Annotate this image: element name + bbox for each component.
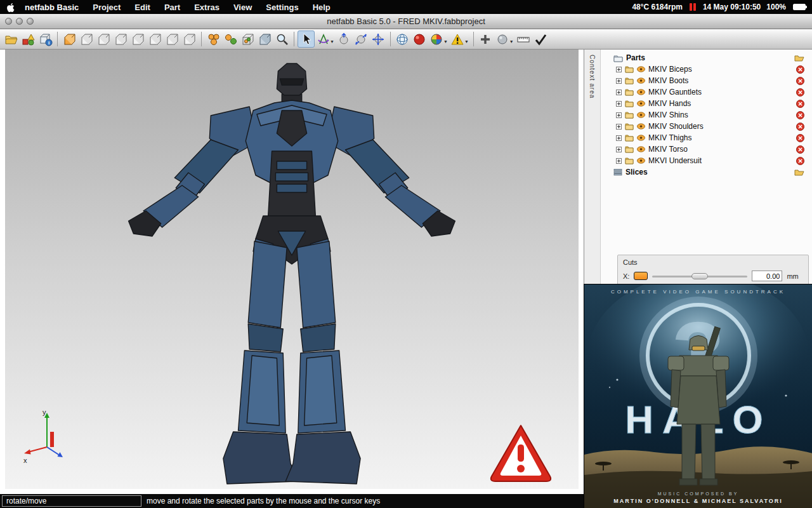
- tree-root-slices[interactable]: Slices: [605, 166, 809, 178]
- add-part-button[interactable]: [20, 30, 37, 48]
- visibility-eye-icon[interactable]: [637, 100, 645, 107]
- pause-indicator-icon[interactable]: [690, 3, 696, 11]
- visibility-eye-icon[interactable]: [637, 89, 645, 95]
- measure-sphere-button[interactable]: [494, 30, 511, 48]
- battery-icon[interactable]: [793, 4, 806, 10]
- view-front-button[interactable]: [78, 30, 95, 48]
- move-rotate-tool-button[interactable]: [315, 30, 332, 48]
- open-project-button[interactable]: [3, 30, 20, 48]
- tree-item-mkiv-shins[interactable]: MKIV Shins: [605, 109, 809, 121]
- expand-icon[interactable]: [616, 135, 622, 141]
- color-mode-dropdown[interactable]: ▼: [443, 39, 448, 44]
- viewport-frame: y x: [0, 50, 584, 494]
- tree-item-mkvi-undersuit[interactable]: MKVI Undersuit: [605, 155, 809, 166]
- add-item-button[interactable]: [477, 30, 494, 48]
- ruler-measure-button[interactable]: [515, 30, 532, 48]
- measure-dropdown[interactable]: ▼: [509, 39, 514, 44]
- expand-icon[interactable]: [616, 112, 622, 118]
- window-titlebar[interactable]: netfabb Basic 5.0 - FRED MKIV.fabbprojec…: [0, 14, 812, 29]
- view-left-button[interactable]: [112, 30, 129, 48]
- platform-cube-button[interactable]: [239, 30, 256, 48]
- apple-menu-icon[interactable]: [6, 3, 15, 12]
- remove-part-icon[interactable]: [796, 145, 804, 154]
- open-parts-folder-icon[interactable]: [794, 54, 804, 62]
- expand-icon[interactable]: [616, 101, 622, 107]
- parts-platform-button[interactable]: [222, 30, 239, 48]
- expand-icon[interactable]: [616, 124, 622, 130]
- viewport-3d[interactable]: y x: [5, 50, 579, 489]
- menu-project[interactable]: Project: [93, 3, 121, 12]
- tree-item-mkiv-biceps[interactable]: MKIV Biceps: [605, 64, 809, 75]
- repair-part-button[interactable]: [449, 30, 466, 48]
- expand-icon[interactable]: [616, 78, 622, 84]
- cut-x-slider[interactable]: [652, 272, 747, 280]
- tree-item-mkiv-torso[interactable]: MKIV Torso: [605, 144, 809, 155]
- select-tool-button[interactable]: [298, 30, 315, 48]
- tree-item-mkiv-thighs[interactable]: MKIV Thighs: [605, 132, 809, 144]
- color-mode-button[interactable]: [428, 30, 445, 48]
- cut-x-checkbox[interactable]: [634, 272, 648, 280]
- view-top-button[interactable]: [147, 30, 164, 48]
- platform-box-button[interactable]: [256, 30, 273, 48]
- parts-group-button[interactable]: [205, 30, 222, 48]
- remove-part-icon[interactable]: [796, 88, 804, 97]
- move-part-tool-button[interactable]: [370, 30, 387, 48]
- view-iso-button[interactable]: [61, 30, 78, 48]
- zoom-part-tool-button[interactable]: [336, 30, 353, 48]
- tree-item-mkiv-shoulders[interactable]: MKIV Shoulders: [605, 121, 809, 132]
- menu-clock[interactable]: 14 May 09:10:50: [703, 3, 761, 11]
- wireframe-toggle-button[interactable]: [394, 30, 411, 48]
- tree-item-mkiv-gauntlets[interactable]: MKIV Gauntlets: [605, 86, 809, 98]
- menu-view[interactable]: View: [233, 3, 252, 12]
- visibility-eye-icon[interactable]: [637, 77, 645, 84]
- part-folder-icon: [625, 111, 634, 119]
- view-bottom-button[interactable]: [164, 30, 181, 48]
- visibility-eye-icon[interactable]: [637, 112, 645, 118]
- visibility-eye-icon[interactable]: [637, 66, 645, 72]
- menu-edit[interactable]: Edit: [134, 3, 150, 12]
- repair-warning-icon[interactable]: [488, 423, 553, 484]
- album-cover-window[interactable]: 3 HALO: [584, 284, 812, 508]
- menu-app-name[interactable]: netfabb Basic: [25, 3, 79, 12]
- move-rotate-dropdown[interactable]: ▼: [330, 39, 334, 44]
- remove-part-icon[interactable]: [796, 100, 804, 108]
- expand-icon[interactable]: [616, 67, 622, 72]
- view-default-button[interactable]: [181, 30, 198, 48]
- cut-x-slider-handle[interactable]: [691, 273, 708, 279]
- remove-part-icon[interactable]: [796, 111, 804, 119]
- remove-part-icon[interactable]: [796, 134, 804, 142]
- view-back-button[interactable]: [95, 30, 112, 48]
- tree-item-mkiv-hands[interactable]: MKIV Hands: [605, 98, 809, 109]
- remove-part-icon[interactable]: [796, 123, 804, 131]
- cut-x-value-input[interactable]: [752, 271, 782, 281]
- repair-dropdown[interactable]: ▼: [464, 39, 469, 44]
- sensor-readout[interactable]: 48°C 6184rpm: [632, 3, 683, 11]
- visibility-eye-icon[interactable]: [637, 157, 645, 164]
- cuts-title: Cuts: [623, 258, 638, 266]
- remove-part-icon[interactable]: [796, 77, 804, 85]
- expand-icon[interactable]: [616, 90, 622, 95]
- menu-settings[interactable]: Settings: [266, 3, 298, 12]
- apply-check-button[interactable]: [532, 30, 549, 48]
- axis-y-label: y: [43, 408, 46, 416]
- scale-part-tool-button[interactable]: [353, 30, 370, 48]
- part-folder-icon: [625, 157, 634, 164]
- menu-part[interactable]: Part: [164, 3, 180, 12]
- part-info-button[interactable]: i: [37, 30, 54, 48]
- solid-toggle-button[interactable]: [411, 30, 428, 48]
- expand-icon[interactable]: [616, 158, 622, 164]
- remove-part-icon[interactable]: [796, 65, 804, 74]
- view-right-button[interactable]: [129, 30, 147, 48]
- battery-percent[interactable]: 100%: [766, 3, 786, 11]
- menu-help[interactable]: Help: [313, 3, 331, 12]
- visibility-eye-icon[interactable]: [637, 146, 645, 152]
- visibility-eye-icon[interactable]: [637, 135, 645, 141]
- menu-extras[interactable]: Extras: [194, 3, 219, 12]
- expand-icon[interactable]: [616, 147, 622, 152]
- remove-part-icon[interactable]: [796, 157, 804, 165]
- open-slices-folder-icon[interactable]: [794, 168, 804, 176]
- zoom-button[interactable]: [273, 30, 291, 48]
- tree-root-parts[interactable]: Parts: [605, 52, 809, 64]
- tree-item-mkiv-boots[interactable]: MKIV Boots: [605, 75, 809, 86]
- visibility-eye-icon[interactable]: [637, 123, 645, 130]
